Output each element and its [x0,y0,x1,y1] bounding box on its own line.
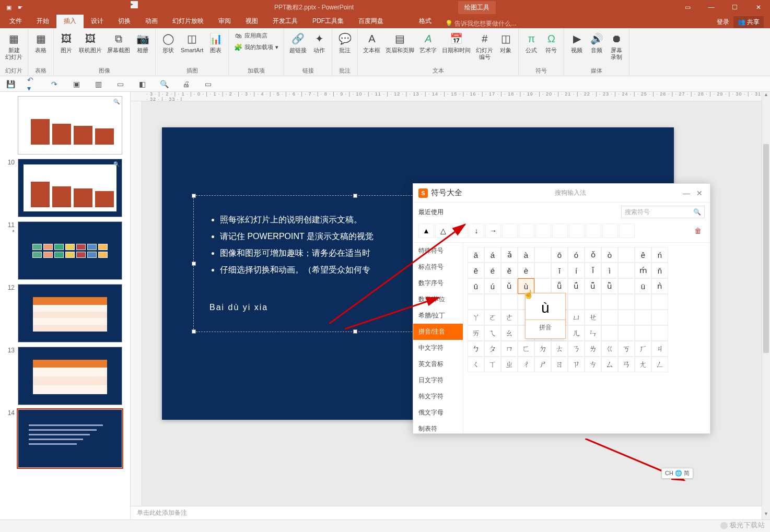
symbol-cell[interactable]: ㄒ [484,357,501,372]
symbol-cell[interactable] [534,247,551,263]
symbol-cell[interactable]: ā [468,247,484,263]
symbol-cell[interactable] [618,263,635,278]
new-slide-button[interactable]: ▦新建 幻灯片 [3,30,25,62]
recent-symbol-empty[interactable] [569,223,585,238]
my-addins-button[interactable]: 🧩我的加载项 ▾ [232,42,281,52]
symbol-cell[interactable] [501,294,518,310]
screen-rec-button[interactable]: ⏺屏幕 录制 [607,30,626,62]
screenshot-button[interactable]: ⧉屏幕截图 [105,30,132,55]
hyperlink-button[interactable]: 🔗超链接 [287,30,309,55]
symbol-category[interactable]: 特殊符号 [413,243,463,259]
video-button[interactable]: ▶视频 [567,30,586,55]
symbol-cell[interactable]: ㄗ [568,357,585,372]
symbol-cell[interactable]: ḿ [635,263,651,278]
tab-home[interactable]: 开始 [29,14,56,28]
symbol-cell[interactable]: ㄝ [585,310,601,325]
tool-icon-4[interactable]: ◧ [137,79,147,89]
symbol-cell[interactable] [618,310,635,325]
share-button[interactable]: 👥 共享 [733,16,764,28]
symbol-cell[interactable]: ì [601,263,618,278]
tell-me-input[interactable]: 💡 告诉我您想要做什么... [439,19,516,28]
recent-symbol-empty[interactable] [502,223,518,238]
symbol-cell[interactable] [618,325,635,341]
symbol-cell[interactable]: ǚ [585,278,601,294]
symbol-cell[interactable]: á [484,247,501,263]
datetime-button[interactable]: 📅日期和时间 [440,30,473,55]
symbol-cell[interactable] [601,310,618,325]
symbol-cell[interactable] [635,310,651,325]
tab-review[interactable]: 审阅 [211,14,238,28]
slide-thumbnail[interactable] [18,347,122,405]
login-button[interactable]: 登录 [717,18,729,27]
ribbon-options-icon[interactable]: ▭ [676,0,699,15]
picture-button[interactable]: 🖼图片 [57,30,76,55]
tab-insert[interactable]: 插入 [56,14,84,28]
symbol-cell[interactable] [468,294,484,310]
recent-symbol[interactable]: △ [435,223,451,238]
symbol-cell[interactable]: ㄙ [601,357,618,372]
symbol-cell[interactable]: à [518,247,534,263]
symbol-cell[interactable]: í [568,263,585,278]
recent-symbol-empty[interactable] [602,223,618,238]
symbol-cell[interactable]: ㄣ [585,325,601,341]
symbol-cell[interactable]: ㄔ [518,357,534,372]
touch-mode-icon[interactable]: ☛ [16,3,25,12]
slide-thumbnail[interactable] [18,409,122,468]
chart-button[interactable]: 📊图表 [206,30,225,55]
tool-icon-1[interactable]: ▣ [71,79,81,89]
recent-symbol-empty[interactable] [619,223,635,238]
symbol-cell[interactable]: ǜ [601,278,618,294]
tab-file[interactable]: 文件 [2,14,29,28]
header-footer-button[interactable]: ▤页眉和页脚 [383,30,416,55]
tab-view[interactable]: 视图 [238,14,265,28]
symbol-cell[interactable]: ㄖ [551,357,568,372]
symbol-cell[interactable]: ㄩ [568,310,585,325]
symbol-cell[interactable] [635,294,651,310]
recent-symbol-empty[interactable] [519,223,534,238]
symbol-cell[interactable] [534,263,551,278]
symbol-cell[interactable]: ㄑ [468,357,484,372]
store-button[interactable]: 🛍应用商店 [232,30,281,41]
minimize-button[interactable]: — [699,0,723,15]
dialog-minimize-icon[interactable]: — [679,189,694,197]
action-button[interactable]: ✦动作 [310,30,329,55]
symbol-cell[interactable]: ǒ [585,247,601,263]
symbol-cell[interactable]: ㄘ [585,357,601,372]
ime-badge[interactable]: CH 🌐 简 [661,468,693,479]
symbol-cell[interactable] [618,294,635,310]
symbol-cell[interactable]: ㄏ [635,341,651,357]
symbol-cell[interactable] [651,294,668,310]
tab-slideshow[interactable]: 幻灯片放映 [165,14,211,28]
symbol-cell[interactable]: ㄦ [568,325,585,341]
slide-thumbnail[interactable] [18,284,122,342]
symbol-cell[interactable] [568,294,585,310]
symbol-cell[interactable]: ú [484,278,501,294]
save-icon[interactable]: 💾 [5,79,16,89]
symbol-category[interactable]: 制表符 [413,421,463,433]
symbol-cell[interactable]: ㄕ [534,357,551,372]
symbol-cell[interactable]: ē [468,263,484,278]
symbol-cell[interactable]: ò [601,247,618,263]
symbol-cell[interactable] [618,247,635,263]
tool-icon-6[interactable]: 🖨 [181,79,191,89]
recent-symbol-empty[interactable] [586,223,601,238]
symbol-cell[interactable]: é [484,263,501,278]
symbol-cell[interactable]: ㄤ [635,357,651,372]
dialog-close-icon[interactable]: ✕ [694,189,705,197]
slide-thumbnails-panel[interactable]: 🔍10🔍11*121314 [0,92,131,519]
symbol-cell[interactable]: ㄈ [518,341,534,357]
symbol-cell[interactable]: ㄌ [585,341,601,357]
symbol-cell[interactable]: ㄛ [484,310,501,325]
symbol-cell[interactable] [651,310,668,325]
close-button[interactable]: ✕ [746,0,770,15]
smartart-button[interactable]: ◫SmartArt [179,30,205,55]
symbol-cell[interactable]: ó [568,247,585,263]
symbol-cell[interactable]: ㄐ [651,341,668,357]
symbol-cell[interactable]: ㄓ [501,357,518,372]
audio-button[interactable]: 🔊音频 [587,30,606,55]
symbol-cell[interactable]: ㄇ [501,341,518,357]
maximize-button[interactable]: ☐ [723,0,746,15]
symbol-cell[interactable] [601,294,618,310]
symbol-cell[interactable]: ㄥ [651,357,668,372]
symbol-cell[interactable]: ㄉ [534,341,551,357]
